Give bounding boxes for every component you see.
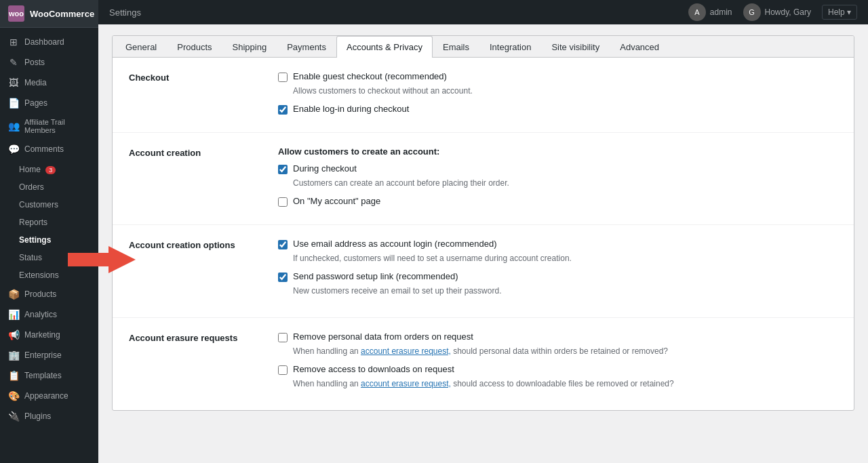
remove-personal-data-desc-after: should personal data within orders be re… [451,346,668,356]
account-creation-options-section: Account creation options Use email addre… [113,225,854,318]
tab-accounts-privacy[interactable]: Accounts & Privacy [336,36,433,58]
sidebar-item-media[interactable]: 🖼 Media [0,73,98,93]
during-checkout-row: During checkout [278,163,837,174]
guest-checkout-desc: Allows customers to checkout without an … [293,86,837,96]
woo-submenu: Home 3 Orders Customers Reports Settings… [0,161,98,284]
sidebar-item-status[interactable]: Status [0,249,98,266]
products-icon: 📦 [8,289,19,300]
remove-downloads-desc: When handling an account erasure request… [293,379,837,388]
erasure-request-link-1[interactable]: account erasure request, [361,346,451,356]
remove-personal-data-orders-row: Remove personal data from orders on requ… [278,331,837,342]
checkout-fields: Enable guest checkout (recommended) Allo… [278,71,837,119]
sidebar-item-products[interactable]: 📦 Products [0,284,98,304]
send-password-checkbox[interactable] [278,273,288,282]
sidebar-item-settings[interactable]: Settings [0,231,98,249]
sidebar-item-orders[interactable]: Orders [0,178,98,196]
tab-shipping[interactable]: Shipping [222,36,277,58]
help-button[interactable]: Help ▾ [822,5,857,20]
account-creation-options-label: Account creation options [129,239,278,304]
sidebar-logo[interactable]: woo WooCommerce ◀ [0,0,98,28]
send-password-label[interactable]: Send password setup link (recommended) [293,271,458,281]
my-account-label[interactable]: On "My account" page [293,196,380,206]
email-login-checkbox[interactable] [278,240,288,249]
sidebar-item-pages[interactable]: 📄 Pages [0,93,98,113]
posts-icon: ✎ [8,57,19,68]
tab-general[interactable]: General [115,36,167,58]
remove-personal-data-label[interactable]: Remove personal data from orders on requ… [293,331,473,342]
sidebar-item-customers[interactable]: Customers [0,196,98,214]
sidebar-item-templates[interactable]: 📋 Templates [0,365,98,386]
sidebar-item-label: Dashboard [24,37,64,47]
marketing-icon: 📢 [8,329,19,340]
sidebar: woo WooCommerce ◀ ⊞ Dashboard ✎ Posts 🖼 … [0,0,98,463]
tab-site-visibility[interactable]: Site visibility [541,36,610,58]
email-login-row: Use email address as account login (reco… [278,239,837,249]
guest-checkout-label[interactable]: Enable guest checkout (recommended) [293,71,447,81]
woo-icon: woo [8,5,24,22]
sidebar-item-home[interactable]: Home 3 [0,161,98,178]
during-checkout-desc: Customers can create an account before p… [293,178,837,188]
comments-icon: 💬 [8,144,19,155]
sidebar-item-label: Comments [24,144,64,154]
sidebar-item-posts[interactable]: ✎ Posts [0,52,98,73]
tab-payments[interactable]: Payments [277,36,336,58]
dashboard-icon: ⊞ [8,37,19,47]
pages-icon: 📄 [8,98,19,108]
remove-personal-data-desc-before: When handling an [293,346,361,356]
sidebar-item-label: Affiliate Trail Members [24,118,90,134]
during-checkout-label[interactable]: During checkout [293,163,357,174]
account-creation-label: Account creation [129,146,278,211]
sidebar-item-label: Marketing [24,330,60,340]
home-badge: 3 [45,166,56,174]
during-checkout-checkbox[interactable] [278,165,288,174]
sidebar-item-enterprise[interactable]: 🏢 Enterprise [0,345,98,365]
sidebar-item-label: Templates [24,371,62,380]
send-password-desc: New customers receive an email to set up… [293,286,837,296]
user-menu-admin[interactable]: A admin [688,3,732,21]
content-area: General Products Shipping Payments Accou… [98,24,868,463]
sidebar-item-label: Reports [19,218,47,227]
page-title: Settings [109,7,141,18]
tab-advanced[interactable]: Advanced [610,36,669,58]
remove-downloads-checkbox[interactable] [278,365,288,375]
send-password-row: Send password setup link (recommended) [278,271,837,282]
settings-tabs: General Products Shipping Payments Accou… [113,36,854,58]
sidebar-item-extensions[interactable]: Extensions [0,266,98,284]
account-erasure-label: Account erasure requests [129,331,278,397]
sidebar-item-comments[interactable]: 💬 Comments [0,139,98,159]
tab-integration[interactable]: Integration [479,36,541,58]
sidebar-item-analytics[interactable]: 📊 Analytics [0,304,98,325]
templates-icon: 📋 [8,370,19,381]
user-menu-howdy[interactable]: G Howdy, Gary [743,3,811,21]
my-account-checkbox[interactable] [278,197,288,207]
tab-products[interactable]: Products [167,36,222,58]
settings-panel: General Products Shipping Payments Accou… [112,35,854,411]
remove-personal-data-desc: When handling an account erasure request… [293,346,837,356]
remove-downloads-label[interactable]: Remove access to downloads on request [293,364,454,374]
sidebar-item-reports[interactable]: Reports [0,214,98,231]
admin-avatar: A [688,3,706,21]
sidebar-item-label: Media [24,78,47,87]
guest-checkout-checkbox[interactable] [278,73,288,82]
sidebar-item-marketing[interactable]: 📢 Marketing [0,325,98,345]
email-login-label[interactable]: Use email address as account login (reco… [293,239,497,249]
sidebar-item-dashboard[interactable]: ⊞ Dashboard [0,32,98,52]
tab-emails[interactable]: Emails [433,36,479,58]
appearance-icon: 🎨 [8,390,19,401]
erasure-request-link-2[interactable]: account erasure request, [361,379,451,388]
sidebar-top-menu: ⊞ Dashboard ✎ Posts 🖼 Media 📄 Pages 👥 Af… [0,28,98,161]
sidebar-item-label: Analytics [24,310,57,319]
sidebar-item-plugins[interactable]: 🔌 Plugins [0,406,98,426]
login-checkout-checkbox[interactable] [278,105,288,115]
login-checkout-row: Enable log-in during checkout [278,104,837,115]
login-checkout-label[interactable]: Enable log-in during checkout [293,104,409,114]
guest-checkout-row: Enable guest checkout (recommended) [278,71,837,82]
remove-personal-data-checkbox[interactable] [278,333,288,342]
sidebar-item-appearance[interactable]: 🎨 Appearance [0,386,98,406]
sidebar-item-label: Pages [24,98,47,108]
account-erasure-section: Account erasure requests Remove personal… [113,318,854,410]
remove-downloads-desc-after: should access to downloadable files be r… [451,379,674,388]
affiliate-icon: 👥 [8,121,19,132]
sidebar-item-affiliate[interactable]: 👥 Affiliate Trail Members [0,113,98,139]
plugins-icon: 🔌 [8,411,19,422]
